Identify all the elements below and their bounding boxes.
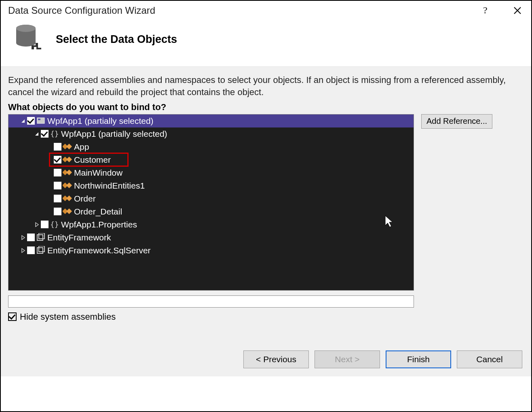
checkbox[interactable]	[41, 130, 49, 138]
tree-node-label: EntityFramework.SqlServer	[47, 246, 151, 255]
checkbox[interactable]	[54, 182, 61, 189]
tree-node-label: MainWindow	[74, 168, 122, 178]
class-icon	[63, 155, 72, 165]
class-icon	[63, 142, 72, 152]
tree-node-class-customer[interactable]: Customer	[8, 153, 414, 166]
svg-rect-13	[66, 144, 72, 149]
expander-icon[interactable]	[34, 221, 40, 228]
class-icon	[63, 207, 72, 217]
tree-node-label: Customer	[74, 155, 111, 165]
checkbox[interactable]	[54, 156, 61, 164]
tree-node-assembly-efsql[interactable]: EntityFramework.SqlServer	[8, 244, 414, 257]
finish-button[interactable]: Finish	[386, 350, 451, 368]
tree-node-namespace-properties[interactable]: {} WpfApp1.Properties	[8, 218, 414, 231]
next-button: Next >	[315, 350, 380, 368]
question-label: What objects do you want to bind to?	[8, 102, 524, 113]
svg-text:{}: {}	[50, 130, 59, 138]
svg-rect-23	[66, 208, 72, 214]
previous-label: < Previous	[256, 355, 296, 364]
add-reference-button[interactable]: Add Reference...	[421, 114, 492, 129]
expander-icon[interactable]	[20, 234, 26, 241]
help-button[interactable]: ?	[480, 4, 493, 17]
wizard-header: Select the Data Objects	[1, 19, 531, 66]
svg-point-6	[16, 25, 36, 32]
checkbox[interactable]	[27, 117, 35, 125]
svg-text:{}: {}	[50, 220, 59, 229]
assembly-icon	[36, 246, 46, 255]
svg-rect-30	[37, 248, 43, 253]
svg-text:?: ?	[483, 5, 488, 15]
page-title: Select the Data Objects	[56, 33, 177, 46]
tree-node-label: EntityFramework	[47, 233, 111, 242]
database-icon	[12, 23, 44, 54]
tree-node-class-northwind[interactable]: NorthwindEntities1	[8, 179, 414, 192]
add-reference-label: Add Reference...	[426, 117, 487, 126]
instructions-text: Expand the referenced assemblies and nam…	[8, 74, 524, 99]
svg-rect-28	[39, 233, 44, 239]
svg-rect-17	[66, 170, 72, 175]
tree-node-class-orderdetail[interactable]: Order_Detail	[8, 205, 414, 218]
hide-system-label: Hide system assemblies	[20, 312, 116, 322]
svg-marker-29	[22, 248, 25, 253]
tree-node-label: App	[74, 142, 89, 152]
hide-system-option[interactable]: Hide system assemblies	[8, 312, 414, 322]
checkbox[interactable]	[54, 195, 61, 202]
svg-marker-7	[21, 119, 25, 123]
window-title: Data Source Configuration Wizard	[8, 5, 480, 16]
checkbox[interactable]	[27, 246, 35, 254]
titlebar: Data Source Configuration Wizard ?	[1, 1, 531, 19]
expander-icon[interactable]	[20, 247, 26, 254]
svg-marker-26	[22, 236, 25, 240]
tree-node-project-wpfapp1[interactable]: WpfApp1 (partially selected)	[8, 115, 414, 127]
tree-node-label: NorthwindEntities1	[74, 181, 145, 191]
checkbox[interactable]	[54, 143, 61, 151]
tree-node-label: WpfApp1 (partially selected)	[61, 129, 167, 139]
svg-rect-21	[66, 195, 72, 201]
project-icon	[36, 116, 46, 126]
checkbox[interactable]	[8, 312, 17, 321]
checkbox[interactable]	[41, 221, 49, 228]
selected-object-field[interactable]	[8, 295, 414, 308]
tree-node-namespace-wpfapp1[interactable]: {} WpfApp1 (partially selected)	[8, 127, 414, 140]
expander-icon[interactable]	[34, 131, 40, 137]
previous-button[interactable]: < Previous	[243, 350, 309, 368]
svg-rect-9	[38, 119, 40, 120]
assembly-icon	[36, 233, 46, 242]
svg-rect-31	[39, 246, 44, 252]
svg-rect-19	[66, 183, 72, 188]
next-label: Next >	[335, 355, 359, 364]
close-button[interactable]	[511, 4, 524, 17]
titlebar-buttons: ?	[480, 4, 524, 17]
checkbox[interactable]	[54, 169, 61, 176]
checkbox[interactable]	[27, 234, 35, 241]
tree-node-label: Order_Detail	[74, 207, 122, 217]
cancel-button[interactable]: Cancel	[457, 350, 522, 368]
class-icon	[63, 181, 72, 191]
wizard-content: Expand the referenced assemblies and nam…	[1, 66, 531, 326]
svg-marker-10	[35, 132, 38, 136]
tree-node-label: WpfApp1 (partially selected)	[47, 116, 154, 126]
object-tree[interactable]: WpfApp1 (partially selected) {} WpfApp1 …	[8, 114, 414, 291]
expander-icon[interactable]	[20, 118, 26, 124]
svg-rect-15	[66, 157, 72, 162]
tree-node-class-order[interactable]: Order	[8, 192, 414, 205]
namespace-icon: {}	[50, 220, 59, 229]
tree-node-class-mainwindow[interactable]: MainWindow	[8, 166, 414, 179]
tree-node-label: Order	[74, 194, 96, 204]
tree-node-label: WpfApp1.Properties	[61, 220, 137, 229]
namespace-icon: {}	[50, 129, 59, 139]
finish-label: Finish	[407, 355, 430, 364]
wizard-footer: < Previous Next > Finish Cancel	[1, 326, 531, 376]
class-icon	[63, 168, 72, 178]
tree-node-assembly-ef[interactable]: EntityFramework	[8, 231, 414, 244]
class-icon	[63, 194, 72, 204]
checkbox[interactable]	[54, 208, 61, 215]
cancel-label: Cancel	[476, 355, 502, 364]
tree-node-class-app[interactable]: App	[8, 140, 414, 153]
svg-rect-27	[37, 235, 43, 240]
svg-marker-24	[36, 223, 38, 227]
